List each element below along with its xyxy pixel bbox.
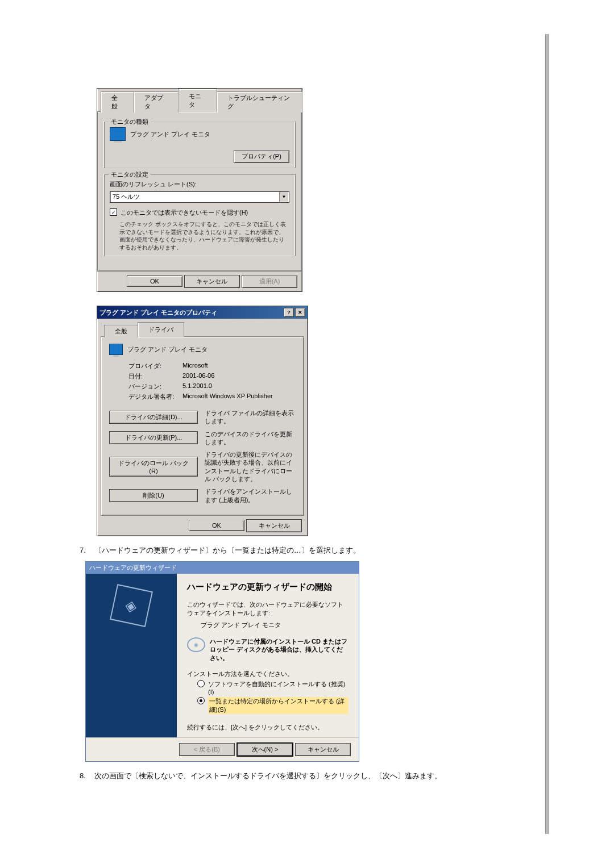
apply-button[interactable]: 適用(A) xyxy=(242,275,297,288)
chevron-down-icon: ▼ xyxy=(279,192,288,202)
cancel-button[interactable]: キャンセル xyxy=(184,275,240,288)
step-8: 8. 次の画面で〔検索しないで、インストールするドライバを選択する〕をクリックし… xyxy=(80,771,483,781)
driver-properties-dialog: プラグ アンド プレイ モニタのプロパティ ? ✕ 全般 ドライバ プラグ アン… xyxy=(97,306,308,536)
help-icon[interactable]: ? xyxy=(284,308,294,317)
cancel-button-2[interactable]: キャンセル xyxy=(246,519,302,532)
provider-value: Microsoft xyxy=(182,362,208,370)
monitor-type-group: モニタの種類 プラグ アンド プレイ モニタ プロパティ(P) xyxy=(103,121,296,168)
step-7: 7. 〔ハードウェアの更新ウィザード〕から〔一覧または特定の…〕を選択します。 xyxy=(80,545,483,556)
refresh-rate-label: 画面のリフレッシュ レート(S): xyxy=(110,180,289,189)
step-8-text: 次の画面で〔検索しないで、インストールするドライバを選択する〕をクリックし、〔次… xyxy=(94,771,442,780)
driver-tabs: 全般 ドライバ xyxy=(101,322,304,337)
tab-driver[interactable]: ドライバ xyxy=(138,322,184,337)
radio-auto-install[interactable]: ソフトウェアを自動的にインストールする (推奨)(I) xyxy=(197,680,349,695)
refresh-rate-value: 75 ヘルツ xyxy=(113,193,140,200)
tab-general[interactable]: 全般 xyxy=(101,91,134,112)
wizard-continue: 続行するには、[次へ] をクリックしてください。 xyxy=(187,723,349,732)
radio-dot-icon xyxy=(197,697,205,704)
monitor-properties-dialog: 全般 アダプタ モニタ トラブルシューティング モニタの種類 プラグ アンド プ… xyxy=(97,88,302,292)
next-button[interactable]: 次へ(N) > xyxy=(237,742,293,757)
radio-list-label: 一覧または特定の場所からインストールする (詳細)(S) xyxy=(208,697,349,714)
ok-button[interactable]: OK xyxy=(127,276,182,287)
hide-modes-note: このチェック ボックスをオフにすると、このモニタでは正しく表示できないモードを選… xyxy=(119,220,289,251)
step-7-text: 〔ハードウェアの更新ウィザード〕から〔一覧または特定の…〕を選択します。 xyxy=(94,546,360,554)
tab-monitor[interactable]: モニタ xyxy=(178,89,217,112)
driver-uninstall-button[interactable]: 削除(U) xyxy=(109,489,198,502)
monitor-tabs: 全般 アダプタ モニタ トラブルシューティング xyxy=(97,89,302,112)
monitor-icon xyxy=(110,127,126,141)
driver-details-button[interactable]: ドライバの詳細(D)... xyxy=(109,411,198,424)
wizard-heading: ハードウェアの更新ウィザードの開始 xyxy=(187,582,349,592)
monitor-settings-label: モニタの設定 xyxy=(109,170,151,179)
wizard-hardware-icon: ◈ xyxy=(110,584,153,627)
wizard-intro: このウィザードでは、次のハードウェアに必要なソフトウェアをインストールします: xyxy=(187,600,349,617)
date-label: 日付: xyxy=(128,372,182,381)
cancel-button-3[interactable]: キャンセル xyxy=(295,743,351,756)
tab-general-2[interactable]: 全般 xyxy=(104,325,138,337)
wizard-sidebar: ◈ xyxy=(86,574,177,737)
driver-rollback-text: ドライバの更新後にデバイスの認識が失敗する場合、以前にインストールしたドライバに… xyxy=(205,450,296,483)
step-8-number: 8. xyxy=(80,771,92,780)
step-7-number: 7. xyxy=(80,546,92,554)
wizard-cd-note: ハードウェアに付属のインストール CD またはフロッピー ディスクがある場合は、… xyxy=(210,637,349,662)
refresh-rate-select[interactable]: 75 ヘルツ ▼ xyxy=(110,191,289,203)
radio-dot-icon xyxy=(197,680,205,687)
wizard-title: ハードウェアの更新ウィザード xyxy=(86,562,359,574)
radio-list-install[interactable]: 一覧または特定の場所からインストールする (詳細)(S) xyxy=(197,697,349,714)
close-icon[interactable]: ✕ xyxy=(295,308,305,317)
tab-troubleshoot[interactable]: トラブルシューティング xyxy=(217,91,302,112)
provider-label: プロバイダ: xyxy=(128,362,182,370)
driver-rollback-button[interactable]: ドライバのロール バック(R) xyxy=(109,457,198,477)
version-value: 5.1.2001.0 xyxy=(182,382,212,391)
monitor-name: プラグ アンド プレイ モニタ xyxy=(130,130,210,139)
wizard-device: プラグ アンド プレイ モニタ xyxy=(201,621,349,629)
signer-label: デジタル署名者: xyxy=(128,393,182,401)
hide-modes-label: このモニタでは表示できないモードを隠す(H) xyxy=(121,208,248,217)
radio-auto-label: ソフトウェアを自動的にインストールする (推奨)(I) xyxy=(208,680,349,695)
hardware-update-wizard: ハードウェアの更新ウィザード ◈ ハードウェアの更新ウィザードの開始 このウィザ… xyxy=(85,561,359,762)
device-name: プラグ アンド プレイ モニタ xyxy=(127,345,208,354)
wizard-choose-label: インストール方法を選んでください。 xyxy=(187,670,349,678)
driver-uninstall-text: ドライバをアンインストールします (上級者用)。 xyxy=(205,487,296,504)
driver-dialog-titlebar: プラグ アンド プレイ モニタのプロパティ ? ✕ xyxy=(97,306,308,319)
cd-icon: ◉ xyxy=(187,637,205,652)
version-label: バージョン: xyxy=(128,382,182,391)
properties-button[interactable]: プロパティ(P) xyxy=(234,150,289,163)
driver-details-text: ドライバ ファイルの詳細を表示します。 xyxy=(205,409,296,425)
tab-adapter[interactable]: アダプタ xyxy=(134,91,179,112)
hide-modes-checkbox[interactable]: ✓ xyxy=(110,208,117,216)
driver-dialog-title: プラグ アンド プレイ モニタのプロパティ xyxy=(99,308,217,317)
date-value: 2001-06-06 xyxy=(182,372,214,381)
monitor-type-label: モニタの種類 xyxy=(109,118,151,126)
driver-update-button[interactable]: ドライバの更新(P)... xyxy=(109,431,198,444)
driver-update-text: このデバイスのドライバを更新します。 xyxy=(205,430,296,446)
ok-button-2[interactable]: OK xyxy=(189,520,244,531)
page-right-edge xyxy=(545,34,549,834)
monitor-settings-group: モニタの設定 画面のリフレッシュ レート(S): 75 ヘルツ ▼ ✓ このモニ… xyxy=(103,174,296,256)
device-icon xyxy=(109,344,123,355)
back-button[interactable]: < 戻る(B) xyxy=(179,743,235,756)
signer-value: Microsoft Windows XP Publisher xyxy=(182,393,273,401)
